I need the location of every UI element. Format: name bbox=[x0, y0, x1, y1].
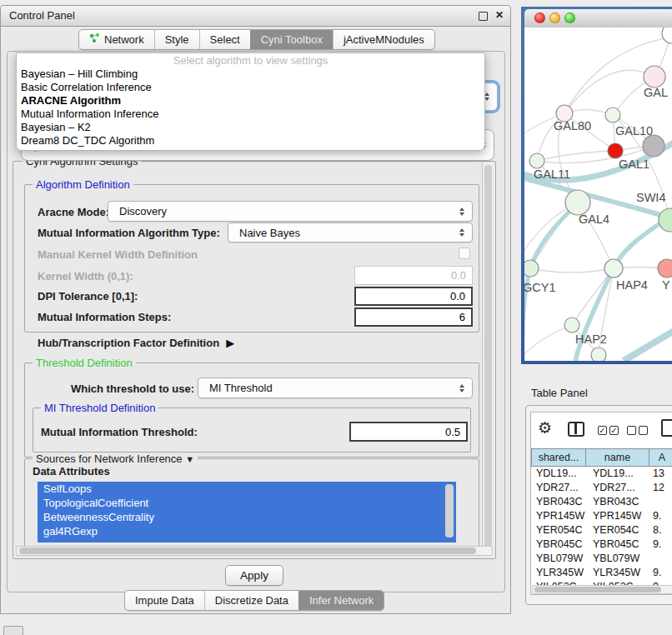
mi-threshold-label: Mutual Information Threshold: bbox=[41, 426, 198, 438]
list-scrollbar-thumb[interactable] bbox=[445, 484, 454, 538]
node-gcy1[interactable] bbox=[524, 260, 539, 277]
tab-style[interactable]: Style bbox=[154, 30, 199, 49]
node-label: GCY1 bbox=[524, 281, 556, 294]
dpi-tolerance-label: DPI Tolerance [0,1]: bbox=[38, 290, 138, 302]
which-threshold-combobox[interactable]: MI Threshold bbox=[198, 378, 473, 398]
checked-box-icon[interactable]: ✓ bbox=[598, 426, 607, 435]
control-panel-tabbar: Network Style Select Cyni Toolbox jActiv… bbox=[78, 29, 435, 50]
node-label: GAL bbox=[644, 86, 668, 99]
split-view-icon[interactable] bbox=[568, 422, 584, 437]
hub-definition-label: Hub/Transcription Factor Definition bbox=[38, 337, 219, 349]
cyni-bottom-tabbar: Impute Data Discretize Data Infer Networ… bbox=[124, 590, 384, 611]
control-panel-window: Control Panel ✕ Network Style Se bbox=[0, 5, 511, 614]
table-row[interactable]: YBL079WYBL079W bbox=[531, 552, 672, 566]
tab-impute-data[interactable]: Impute Data bbox=[125, 591, 204, 610]
manual-kernel-checkbox[interactable] bbox=[459, 248, 470, 259]
node-gal[interactable] bbox=[644, 66, 665, 88]
table-body: YDL19...YDL19...13 YDR27...YDR27...12 YB… bbox=[531, 467, 672, 587]
node-label: GAL10 bbox=[615, 124, 653, 138]
list-item-selfloops[interactable]: SelfLoops bbox=[38, 482, 456, 496]
node-gray[interactable] bbox=[643, 135, 664, 157]
which-threshold-value: MI Threshold bbox=[209, 382, 273, 394]
float-window-icon[interactable] bbox=[479, 12, 488, 21]
node-salmon[interactable] bbox=[658, 259, 672, 278]
node-gal11[interactable] bbox=[529, 153, 544, 168]
kernel-width-label: Kernel Width (0,1): bbox=[38, 270, 133, 282]
node-label: HAP4 bbox=[616, 278, 648, 292]
collapsed-panel-button[interactable] bbox=[3, 626, 23, 635]
table-row[interactable]: YER054CYER054C8. bbox=[531, 523, 672, 538]
tab-jactivemnodules[interactable]: jActiveMNodules bbox=[333, 30, 434, 49]
dropdown-item-mutual-information[interactable]: Mutual Information Inference bbox=[17, 108, 484, 121]
table-row[interactable]: YBR045CYBR045C9. bbox=[531, 538, 672, 552]
table-row[interactable]: YLR345WYLR345W9. bbox=[531, 566, 672, 580]
column-header-shared-name[interactable]: shared... bbox=[531, 448, 586, 467]
node-label: SWI4 bbox=[636, 191, 665, 204]
control-panel-title: Control Panel bbox=[9, 9, 75, 22]
node-unlabeled-bottom[interactable] bbox=[591, 348, 606, 361]
table-row[interactable]: YBR043CYBR043C bbox=[531, 495, 672, 509]
table-horizontal-scrollbar[interactable] bbox=[532, 585, 672, 594]
tab-cyni-toolbox[interactable]: Cyni Toolbox bbox=[250, 30, 333, 49]
dpi-tolerance-field[interactable]: 0.0 bbox=[354, 287, 473, 306]
node-swi4[interactable] bbox=[659, 208, 672, 232]
dropdown-item-dream8[interactable]: Dream8 DC_TDC Algorithm bbox=[17, 134, 484, 148]
unchecked-box-icon[interactable] bbox=[627, 426, 636, 435]
dropdown-item-basic-correlation[interactable]: Basic Correlation Inference bbox=[17, 81, 484, 94]
settings-gear-icon[interactable]: ⚙ bbox=[538, 418, 552, 438]
tab-discretize-data[interactable]: Discretize Data bbox=[204, 591, 298, 610]
dropdown-item-bayesian-hill-climbing[interactable]: Bayesian – Hill Climbing bbox=[17, 68, 484, 81]
settings-vertical-scrollbar[interactable] bbox=[482, 162, 494, 557]
aracne-mode-combobox[interactable]: Discovery bbox=[108, 201, 473, 222]
dropdown-item-aracne[interactable]: ARACNE Algorithm bbox=[17, 94, 484, 108]
tab-network[interactable]: Network bbox=[79, 30, 154, 49]
list-item-betweennesscentrality[interactable]: BetweennessCentrality bbox=[38, 510, 456, 524]
minimize-traffic-light-icon[interactable] bbox=[549, 12, 560, 23]
column-header-cut[interactable]: A bbox=[649, 448, 672, 467]
data-attributes-list: SelfLoops TopologicalCoefficient Between… bbox=[38, 482, 456, 542]
sources-group-title[interactable]: Sources for Network Inference ▼ bbox=[33, 452, 198, 465]
kernel-width-field[interactable]: 0.0 bbox=[354, 266, 473, 285]
node-gal1[interactable] bbox=[608, 143, 623, 158]
list-item-topologicalcoefficient[interactable]: TopologicalCoefficient bbox=[38, 496, 456, 510]
dropdown-item-bayesian-k2[interactable]: Bayesian – K2 bbox=[17, 121, 484, 134]
file-icon[interactable] bbox=[661, 419, 672, 437]
network-nodes-icon bbox=[89, 30, 100, 49]
mi-type-value: Naive Bayes bbox=[239, 227, 300, 239]
column-header-name[interactable]: name bbox=[586, 448, 649, 467]
apply-button[interactable]: Apply bbox=[225, 565, 283, 586]
hub-definition-expander[interactable]: Hub/Transcription Factor Definition ▶ bbox=[38, 337, 234, 349]
node-hap2[interactable] bbox=[564, 318, 579, 332]
node-hap4[interactable] bbox=[604, 259, 623, 278]
combo-arrows-icon bbox=[459, 208, 464, 216]
mi-type-combobox[interactable]: Naive Bayes bbox=[228, 222, 473, 242]
mi-steps-field[interactable]: 6 bbox=[354, 308, 473, 327]
unchecked-box-icon[interactable] bbox=[639, 426, 648, 435]
close-icon[interactable]: ✕ bbox=[495, 9, 504, 21]
control-panel-titlebar[interactable]: Control Panel ✕ bbox=[1, 6, 510, 27]
settings-horizontal-scrollbar[interactable] bbox=[16, 546, 493, 556]
tab-infer-network[interactable]: Infer Network bbox=[298, 591, 384, 610]
list-item-gal4rgexp[interactable]: gal4RGexp bbox=[38, 524, 456, 538]
table-row[interactable]: YDL19...YDL19...13 bbox=[531, 467, 672, 481]
network-canvas[interactable]: GAL GAL80 GAL10 GAL1 GAL11 SWI4 GAL4 GCY… bbox=[524, 28, 672, 361]
threshold-definition-title: Threshold Definition bbox=[33, 357, 136, 369]
network-window-titlebar[interactable] bbox=[524, 9, 672, 28]
manual-kernel-label: Manual Kernel Width Definition bbox=[38, 248, 198, 261]
checked-box-icon[interactable]: ✓ bbox=[609, 426, 619, 435]
node-unlabeled-top[interactable] bbox=[662, 28, 672, 43]
mi-steps-label: Mutual Information Steps: bbox=[38, 311, 171, 323]
node-gal10[interactable] bbox=[605, 108, 620, 122]
which-threshold-label: Which threshold to use: bbox=[71, 382, 194, 395]
network-view-window[interactable]: GAL GAL80 GAL10 GAL1 GAL11 SWI4 GAL4 GCY… bbox=[521, 7, 672, 364]
zoom-traffic-light-icon[interactable] bbox=[564, 12, 575, 23]
mi-threshold-field[interactable]: 0.5 bbox=[349, 422, 468, 442]
table-row[interactable]: YPR145WYPR145W9. bbox=[531, 509, 672, 523]
table-row[interactable]: YDR27...YDR27...12 bbox=[531, 481, 672, 495]
node-gal4[interactable] bbox=[565, 190, 590, 215]
node-label: GAL80 bbox=[554, 119, 591, 132]
close-traffic-light-icon[interactable] bbox=[534, 12, 545, 23]
mi-threshold-group-title: MI Threshold Definition bbox=[41, 402, 158, 414]
data-attributes-label: Data Attributes bbox=[33, 465, 110, 478]
tab-select[interactable]: Select bbox=[199, 30, 250, 49]
